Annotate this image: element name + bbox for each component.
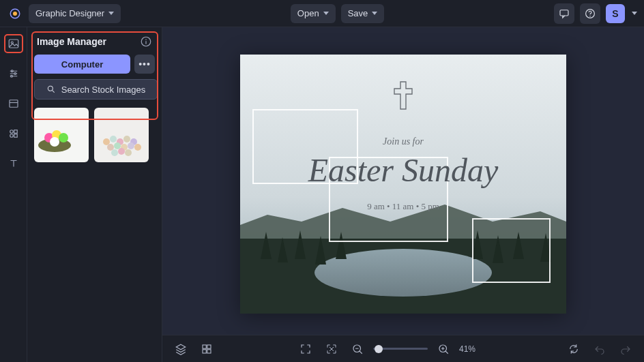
layers-button[interactable] (171, 339, 191, 359)
svg-point-31 (114, 142, 121, 149)
save-label: Save (348, 8, 368, 18)
search-stock-label: Search Stock Images (61, 85, 146, 95)
chat-icon (558, 7, 570, 20)
refresh-icon (568, 343, 580, 355)
canvas-title-text: Easter Sunday (308, 151, 499, 189)
app-mode-label: Graphic Designer (35, 8, 104, 18)
chevron-down-icon (323, 12, 329, 15)
chevron-down-icon (108, 12, 114, 15)
design-canvas[interactable]: Join us for Easter Sunday 9 am • 11 am •… (240, 55, 566, 314)
svg-rect-5 (9, 40, 18, 48)
rail-shapes[interactable] (4, 124, 23, 143)
user-initial: S (612, 8, 618, 19)
layout-icon (8, 97, 20, 110)
more-sources-button[interactable]: ••• (134, 55, 155, 74)
zoom-percent-label: 41% (459, 344, 485, 354)
fit-icon (325, 343, 338, 355)
layers-icon (175, 343, 187, 355)
redo-icon (619, 343, 632, 355)
svg-rect-12 (14, 130, 17, 134)
grid-button[interactable] (196, 339, 217, 359)
svg-point-37 (125, 149, 132, 156)
image-icon (8, 37, 20, 50)
canvas-stage: Join us for Easter Sunday 9 am • 11 am •… (162, 27, 644, 362)
svg-point-30 (107, 144, 114, 151)
app-logo[interactable] (7, 5, 23, 22)
slider-knob[interactable] (375, 345, 383, 353)
canvas-times-text: 9 am • 11 am • 5 pm (367, 201, 439, 212)
svg-rect-42 (203, 349, 206, 352)
search-stock-button[interactable]: Search Stock Images (34, 79, 158, 100)
svg-point-36 (118, 148, 125, 155)
svg-point-23 (50, 137, 59, 147)
thumbnail-image-2[interactable] (94, 108, 149, 162)
zoom-in-icon (437, 343, 450, 355)
thumbnail-image-1[interactable] (34, 108, 89, 162)
help-icon (584, 7, 596, 20)
zoom-out-button[interactable] (347, 339, 368, 359)
svg-point-28 (123, 136, 130, 142)
search-icon (46, 85, 56, 94)
svg-point-17 (48, 86, 53, 91)
svg-point-1 (13, 12, 17, 16)
zoom-in-button[interactable] (433, 339, 454, 359)
image-manager-panel: Image Manager Computer ••• Search Stock … (27, 27, 162, 362)
slider-track[interactable] (373, 348, 428, 350)
open-button[interactable]: Open (291, 4, 336, 23)
cross-icon (393, 80, 413, 113)
svg-point-33 (128, 142, 134, 149)
canvas-join-text: Join us for (383, 136, 424, 147)
text-icon (8, 157, 20, 170)
svg-rect-14 (14, 134, 17, 138)
bottom-toolbar: 41% (162, 335, 644, 362)
photo-frame (472, 218, 551, 283)
fullscreen-icon (299, 343, 312, 355)
help-button[interactable] (580, 3, 600, 24)
svg-point-16 (145, 39, 147, 40)
rail-text[interactable] (4, 154, 23, 173)
grid-icon (201, 343, 213, 355)
undo-icon (594, 343, 606, 355)
svg-point-4 (589, 16, 591, 17)
fullscreen-button[interactable] (295, 339, 316, 359)
undo-button[interactable] (589, 339, 610, 359)
svg-point-26 (110, 136, 117, 142)
fit-screen-button[interactable] (321, 339, 342, 359)
svg-point-34 (134, 144, 141, 151)
redo-button[interactable] (615, 339, 636, 359)
svg-rect-2 (560, 10, 568, 15)
user-avatar[interactable]: S (606, 4, 625, 23)
info-icon[interactable] (140, 35, 152, 48)
rail-image-manager[interactable] (4, 34, 23, 53)
panel-title: Image Manager (37, 36, 106, 47)
svg-point-13 (10, 134, 13, 138)
comment-button[interactable] (554, 3, 574, 24)
zoom-out-icon (351, 343, 364, 355)
topbar: Graphic Designer Open Save S (0, 0, 644, 27)
rail-layout[interactable] (4, 94, 23, 113)
svg-rect-43 (207, 349, 211, 352)
canvas-viewport[interactable]: Join us for Easter Sunday 9 am • 11 am •… (162, 27, 644, 335)
save-button[interactable]: Save (341, 4, 385, 23)
svg-point-25 (103, 138, 110, 145)
svg-rect-10 (10, 100, 18, 108)
rail-adjust[interactable] (4, 64, 23, 83)
svg-rect-41 (207, 345, 211, 348)
svg-point-22 (59, 133, 68, 142)
computer-upload-button[interactable]: Computer (34, 55, 130, 74)
svg-rect-40 (203, 345, 206, 348)
shapes-icon (8, 127, 20, 140)
svg-point-11 (10, 130, 13, 134)
left-rail (0, 27, 27, 362)
sliders-icon (8, 67, 20, 80)
refresh-button[interactable] (564, 339, 584, 359)
zoom-slider[interactable] (373, 348, 428, 350)
chevron-down-icon (372, 12, 377, 15)
app-mode-dropdown[interactable]: Graphic Designer (29, 4, 121, 23)
chevron-down-icon[interactable] (632, 12, 637, 15)
svg-point-35 (111, 149, 118, 156)
open-label: Open (297, 8, 319, 18)
